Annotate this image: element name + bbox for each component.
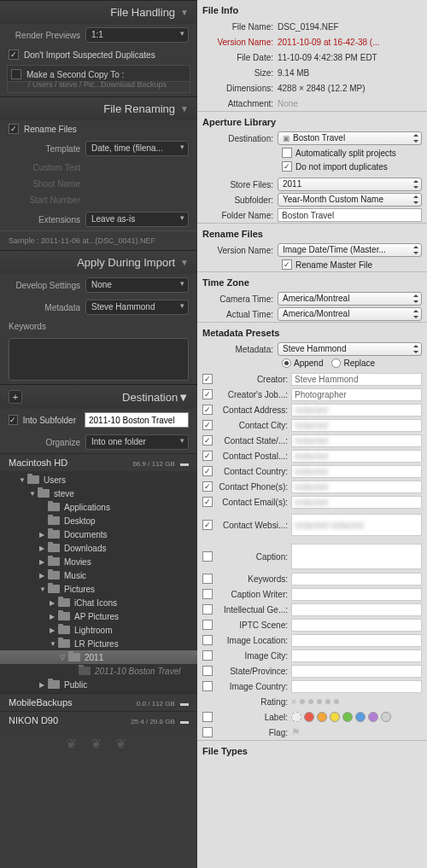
meta-field-input[interactable] [291, 588, 422, 601]
section-destination[interactable]: + Destination▼ [0, 384, 197, 409]
meta-field-input[interactable] [291, 603, 422, 616]
tree-downloads[interactable]: ▶Downloads [0, 541, 197, 555]
meta-field-input[interactable]: Steve Hammond [291, 373, 422, 386]
color-label-dot[interactable] [381, 712, 391, 722]
tree-ap-pictures[interactable]: ▶AP Pictures [0, 609, 197, 623]
volume-nikon[interactable]: NIKON D9025.4 / 29.8 GB ▬ [0, 711, 197, 729]
meta-field-checkbox[interactable] [202, 481, 213, 492]
actual-time-select[interactable]: America/Montreal [278, 307, 422, 321]
label-checkbox[interactable] [202, 712, 213, 722]
meta-field-input[interactable] [291, 544, 422, 569]
render-previews-select[interactable]: 1:1 [85, 27, 189, 43]
meta-field-input[interactable]: redacted [291, 450, 422, 463]
meta-preset-select[interactable]: Steve Hammond [278, 342, 422, 356]
subfolder-select[interactable]: Year-Month Custom Name [278, 193, 422, 207]
template-select[interactable]: Date, time (filena... [85, 141, 189, 156]
meta-field-checkbox[interactable] [202, 650, 213, 661]
tree-2011[interactable]: ▽2011 [0, 650, 197, 664]
rename-master-checkbox[interactable] [282, 259, 292, 270]
tree-steve[interactable]: ▼steve [0, 486, 197, 500]
meta-field-checkbox[interactable] [202, 574, 213, 584]
keywords-input[interactable] [9, 338, 189, 381]
second-copy-checkbox[interactable] [11, 69, 21, 79]
tree-documents[interactable]: ▶Documents [0, 527, 197, 541]
tree-music[interactable]: ▶Music [0, 568, 197, 582]
color-label-dot[interactable] [304, 712, 314, 722]
store-files-select[interactable]: 2011 [278, 178, 422, 191]
meta-field-checkbox[interactable] [202, 389, 213, 399]
meta-field-checkbox[interactable] [202, 620, 213, 630]
volume-macintosh-hd[interactable]: Macintosh HD66.9 / 112 GB ▬ [0, 453, 197, 471]
section-apply-import[interactable]: Apply During Import▼ [0, 250, 197, 274]
meta-field-input[interactable]: redacted [291, 419, 422, 432]
append-radio[interactable]: Append [282, 358, 323, 368]
tree-users[interactable]: ▼Users [0, 473, 197, 486]
meta-website-input[interactable]: redacted redacted [291, 514, 422, 536]
subfolder-name-input[interactable] [85, 412, 189, 428]
tree-pictures[interactable]: ▼Pictures [0, 582, 197, 596]
into-subfolder-checkbox[interactable]: ✓ [9, 415, 18, 425]
meta-field-checkbox[interactable] [202, 405, 213, 415]
meta-field-checkbox[interactable] [202, 681, 213, 691]
rating-clear-icon[interactable]: × [291, 697, 296, 707]
meta-field-checkbox[interactable] [202, 666, 213, 676]
meta-field-input[interactable] [291, 665, 422, 678]
no-dupes-checkbox[interactable]: ✓ [9, 50, 19, 60]
extensions-select[interactable]: Leave as-is [85, 212, 189, 227]
meta-field-input[interactable] [291, 619, 422, 632]
meta-field-input[interactable]: redacted [291, 434, 422, 447]
develop-select[interactable]: None [85, 277, 189, 293]
meta-field-checkbox[interactable] [202, 589, 213, 599]
meta-field-input[interactable] [291, 650, 422, 662]
section-file-renaming[interactable]: File Renaming▼ [0, 96, 197, 120]
color-label-dot[interactable] [355, 712, 366, 722]
color-label-dot[interactable] [368, 712, 378, 722]
rating-control[interactable]: × [291, 697, 422, 707]
color-label-dot[interactable] [317, 712, 327, 722]
organize-select[interactable]: Into one folder [85, 434, 189, 450]
meta-field-input[interactable] [291, 680, 422, 693]
camera-time-select[interactable]: America/Montreal [278, 292, 422, 306]
color-label-dot[interactable] [330, 712, 340, 722]
flag-checkbox[interactable] [202, 727, 213, 737]
tree-desktop[interactable]: Desktop [0, 514, 197, 527]
meta-field-checkbox[interactable] [202, 374, 213, 384]
meta-field-input[interactable]: redacted [291, 481, 422, 493]
replace-radio[interactable]: Replace [331, 358, 375, 368]
meta-field-input[interactable] [291, 573, 422, 585]
meta-field-checkbox[interactable] [202, 435, 213, 446]
color-label-dot[interactable] [291, 712, 301, 722]
aplib-no-dupes-checkbox[interactable] [282, 161, 292, 172]
meta-field-checkbox[interactable] [202, 551, 213, 562]
rename-files-checkbox[interactable]: ✓ [9, 124, 19, 134]
tree-lr-pictures[interactable]: ▼LR Pictures [0, 637, 197, 650]
folder-name-input[interactable] [278, 208, 422, 222]
metadata-select[interactable]: Steve Hammond [85, 300, 189, 315]
tree-public[interactable]: ▶Public [0, 678, 197, 691]
new-folder-button[interactable]: + [9, 390, 22, 404]
tree-ichat[interactable]: ▶iChat Icons [0, 596, 197, 609]
tree-new-folder[interactable]: 2011-10 Boston Travel [0, 664, 197, 678]
meta-field-input[interactable] [291, 634, 422, 647]
meta-field-checkbox[interactable] [202, 420, 213, 430]
meta-field-checkbox[interactable] [202, 451, 213, 461]
meta-field-checkbox[interactable] [202, 604, 213, 615]
color-label-dot[interactable] [342, 712, 353, 722]
meta-field-input[interactable]: redacted [291, 465, 422, 478]
tree-applications[interactable]: Applications [0, 500, 197, 514]
auto-split-checkbox[interactable] [282, 148, 292, 158]
meta-field-input[interactable]: redacted [291, 404, 422, 417]
meta-field-input[interactable]: redacted [291, 496, 422, 509]
meta-field-input[interactable]: Photographer [291, 388, 422, 401]
rename-version-select[interactable]: Image Date/Time (Master... [278, 243, 422, 257]
tree-movies[interactable]: ▶Movies [0, 555, 197, 568]
flag-icon[interactable]: ⚑ [291, 726, 301, 738]
meta-field-checkbox[interactable] [202, 466, 213, 476]
tree-lightroom[interactable]: ▶Lightroom [0, 623, 197, 637]
meta-field-checkbox[interactable] [202, 635, 213, 645]
aplib-dest-select[interactable]: ▣Boston Travel [278, 131, 422, 145]
meta-field-checkbox[interactable] [202, 497, 213, 507]
section-file-handling[interactable]: File Handling▼ [0, 0, 197, 24]
meta-website-checkbox[interactable] [202, 520, 213, 530]
volume-mobilebackups[interactable]: MobileBackups0.0 / 112 GB ▬ [0, 693, 197, 711]
